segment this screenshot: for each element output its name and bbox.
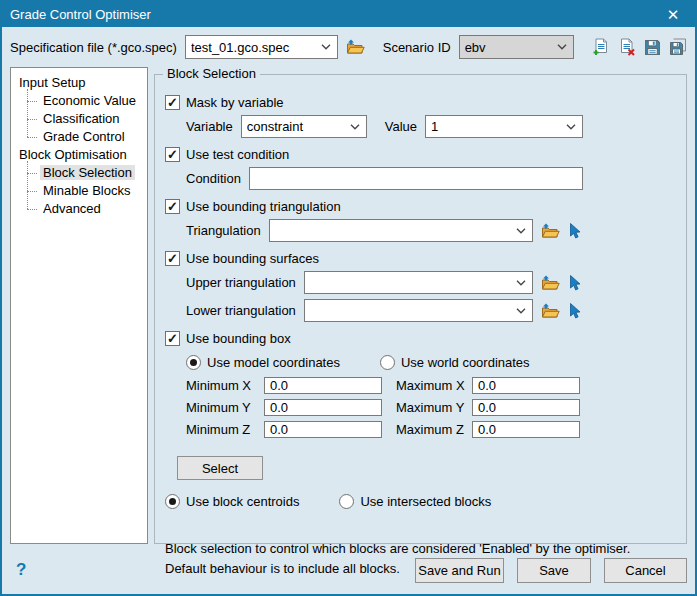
header-row: Specification file (*.gco.spec) test_01.… (2, 27, 695, 65)
triangulation-label: Triangulation (186, 223, 261, 238)
chevron-down-icon (566, 124, 576, 130)
condition-label: Condition (186, 171, 241, 186)
radio-icon (380, 355, 395, 370)
use-test-condition-checkbox[interactable] (165, 147, 180, 162)
mask-by-variable-label: Mask by variable (186, 95, 284, 110)
save-scenario-icon[interactable] (644, 39, 661, 56)
chevron-down-icon (516, 228, 526, 234)
window-title: Grade Control Optimiser (2, 7, 651, 22)
tree-item-advanced[interactable]: Advanced (27, 200, 147, 218)
chevron-down-icon (557, 44, 567, 50)
open-folder-icon[interactable] (541, 275, 560, 291)
minimum-y-input[interactable] (264, 399, 382, 416)
tree-item-minable-blocks[interactable]: Minable Blocks (27, 182, 147, 200)
maximum-x-input[interactable] (472, 377, 580, 394)
minimum-z-input[interactable] (264, 421, 382, 438)
use-bounding-surfaces-label: Use bounding surfaces (186, 251, 319, 266)
spec-file-label: Specification file (*.gco.spec) (10, 40, 177, 55)
coordinate-mode-row: Use model coordinates Use world coordina… (186, 355, 583, 370)
use-bounding-surfaces-row: Use bounding surfaces (165, 251, 583, 266)
group-title: Block Selection (163, 66, 260, 81)
chevron-down-icon (321, 44, 331, 50)
value-label: Value (385, 119, 417, 134)
variable-label: Variable (186, 119, 233, 134)
help-icon[interactable]: ? (16, 560, 26, 580)
select-button[interactable]: Select (177, 456, 263, 480)
use-bounding-triangulation-checkbox[interactable] (165, 199, 180, 214)
use-world-coordinates-radio[interactable]: Use world coordinates (380, 355, 530, 370)
pick-cursor-icon[interactable] (568, 223, 583, 239)
maximum-y-input[interactable] (472, 399, 580, 416)
pick-cursor-icon[interactable] (568, 303, 583, 319)
use-model-coordinates-radio[interactable]: Use model coordinates (186, 355, 340, 370)
use-bounding-box-label: Use bounding box (186, 331, 291, 346)
use-block-centroids-radio[interactable]: Use block centroids (165, 494, 299, 509)
tree-children-block-optimisation: Block Selection Minable Blocks Advanced (27, 164, 147, 218)
use-bounding-surfaces-checkbox[interactable] (165, 251, 180, 266)
bounding-box-grid: Minimum X Maximum X Minimum Y Maximum Y … (186, 377, 583, 438)
open-folder-icon[interactable] (541, 303, 560, 319)
triangulation-combo[interactable] (269, 219, 533, 242)
lower-triangulation-label: Lower triangulation (186, 303, 296, 318)
mask-by-variable-checkbox[interactable] (165, 95, 180, 110)
radio-icon (186, 355, 201, 370)
open-folder-icon[interactable] (346, 39, 365, 55)
minimum-z-label: Minimum Z (186, 422, 258, 437)
chevron-down-icon (350, 124, 360, 130)
pick-cursor-icon[interactable] (568, 275, 583, 291)
mask-by-variable-row: Mask by variable (165, 95, 583, 110)
maximum-z-input[interactable] (472, 421, 580, 438)
minimum-y-label: Minimum Y (186, 400, 258, 415)
use-intersected-blocks-radio[interactable]: Use intersected blocks (339, 494, 491, 509)
titlebar[interactable]: Grade Control Optimiser ✕ (2, 2, 695, 27)
scenario-actions (584, 38, 687, 56)
scenario-id-label: Scenario ID (383, 40, 451, 55)
lower-triangulation-row: Lower triangulation (186, 299, 583, 322)
chevron-down-icon (516, 280, 526, 286)
maximum-x-label: Maximum X (388, 378, 466, 393)
variable-value-row: Variable constraint Value 1 (186, 115, 583, 138)
tree-section-block-optimisation[interactable]: Block Optimisation (17, 146, 147, 164)
use-bounding-triangulation-row: Use bounding triangulation (165, 199, 583, 214)
use-test-condition-label: Use test condition (186, 147, 289, 162)
scenario-id-combo[interactable]: ebv (459, 35, 574, 59)
tree-section-input-setup[interactable]: Input Setup (17, 74, 147, 92)
triangulation-row: Triangulation (186, 219, 583, 242)
spec-file-combo[interactable]: test_01.gco.spec (185, 35, 338, 59)
value-combo[interactable]: 1 (425, 115, 583, 138)
chevron-down-icon (516, 308, 526, 314)
save-scenario-as-icon[interactable] (669, 38, 687, 56)
tree-item-classification[interactable]: Classification (27, 110, 147, 128)
use-bounding-box-row: Use bounding box (165, 331, 583, 346)
block-selection-form: Mask by variable Variable constraint Val… (165, 95, 583, 509)
close-icon[interactable]: ✕ (651, 2, 695, 27)
use-bounding-box-checkbox[interactable] (165, 331, 180, 346)
settings-tree: Input Setup Economic Value Classificatio… (10, 67, 148, 544)
delete-scenario-icon[interactable] (618, 38, 636, 56)
main-area: Input Setup Economic Value Classificatio… (2, 65, 695, 550)
block-selection-group: Block Selection Mask by variable Variabl… (154, 74, 687, 544)
variable-combo[interactable]: constraint (241, 115, 367, 138)
tree-children-input-setup: Economic Value Classification Grade Cont… (27, 92, 147, 146)
tree-item-grade-control[interactable]: Grade Control (27, 128, 147, 146)
upper-triangulation-combo[interactable] (304, 271, 533, 294)
use-test-condition-row: Use test condition (165, 147, 583, 162)
lower-triangulation-combo[interactable] (304, 299, 533, 322)
open-folder-icon[interactable] (541, 223, 560, 239)
maximum-y-label: Maximum Y (388, 400, 466, 415)
maximum-z-label: Maximum Z (388, 422, 466, 437)
upper-triangulation-row: Upper triangulation (186, 271, 583, 294)
use-bounding-triangulation-label: Use bounding triangulation (186, 199, 341, 214)
condition-input[interactable] (249, 167, 583, 190)
block-mode-row: Use block centroids Use intersected bloc… (165, 494, 583, 509)
radio-icon (339, 494, 354, 509)
minimum-x-label: Minimum X (186, 378, 258, 393)
new-scenario-icon[interactable] (592, 38, 610, 56)
spec-file-value: test_01.gco.spec (191, 40, 315, 55)
minimum-x-input[interactable] (264, 377, 382, 394)
grade-control-optimiser-dialog: Grade Control Optimiser ✕ Specification … (0, 0, 697, 596)
scenario-id-value: ebv (465, 40, 551, 55)
tree-item-block-selection[interactable]: Block Selection (27, 164, 147, 182)
condition-row: Condition (186, 167, 583, 190)
tree-item-economic-value[interactable]: Economic Value (27, 92, 147, 110)
